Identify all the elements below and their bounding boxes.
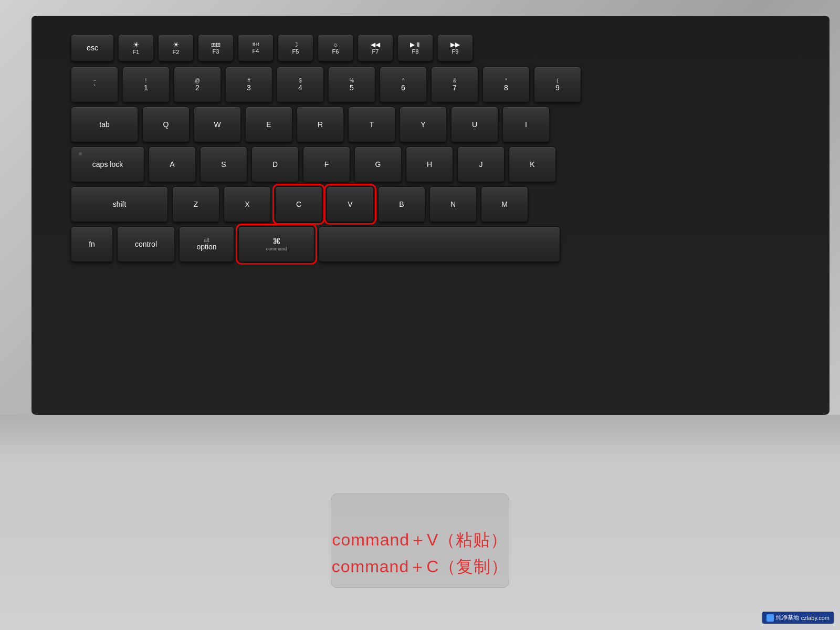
key-command-label: command [266,247,287,251]
key-control-label: control [135,240,157,248]
key-7[interactable]: & 7 [431,67,478,102]
key-f1-label: F1 [133,49,140,55]
key-r-label: R [318,121,323,128]
key-t-label: T [370,121,374,128]
key-y[interactable]: Y [400,107,447,142]
key-8-top: * [505,78,507,83]
key-3-main: 3 [247,84,251,91]
key-q[interactable]: Q [142,107,190,142]
key-f3-label: F3 [213,48,219,55]
key-f2-label: F2 [173,49,180,55]
key-f7[interactable]: ◀◀ F7 [358,34,393,61]
key-a[interactable]: A [149,146,196,182]
key-8[interactable]: * 8 [482,67,530,102]
watermark-icon [766,614,774,622]
key-tilde[interactable]: ~ ` [71,67,118,102]
key-f8[interactable]: ▶⏸ F8 [397,34,433,61]
key-b[interactable]: B [378,186,425,222]
key-x[interactable]: X [224,186,271,222]
key-2[interactable]: @ 2 [174,67,221,102]
key-tab-label: tab [99,121,109,128]
key-f8-label: F8 [412,48,419,55]
key-m[interactable]: M [481,186,528,222]
annotation-text: command＋V（粘贴） command＋C（复制） [332,527,509,580]
key-esc[interactable]: esc [71,34,114,61]
key-e[interactable]: E [245,107,292,142]
key-5[interactable]: % 5 [328,67,375,102]
key-g[interactable]: G [354,146,402,182]
key-d[interactable]: D [251,146,299,182]
key-f4-icon: ⠿⠿ [252,42,259,48]
key-command[interactable]: ⌘ command [238,226,314,262]
key-option[interactable]: alt option [179,226,234,262]
key-f[interactable]: F [303,146,350,182]
key-tilde-top: ~ [93,78,96,83]
caps-lock-indicator [79,152,82,155]
key-f2[interactable]: ☀ F2 [158,34,194,61]
annotation-line2: command＋C（复制） [332,553,509,580]
key-6[interactable]: ^ 6 [380,67,427,102]
key-shift-left[interactable]: shift [71,186,168,222]
key-f6[interactable]: ☼ F6 [318,34,353,61]
key-fn-label: fn [89,240,95,248]
key-tab[interactable]: tab [71,107,138,142]
watermark-url: czlaby.com [801,615,830,621]
key-f5-label: F5 [292,48,299,55]
key-f6-label: F6 [332,48,339,55]
key-v[interactable]: V [327,186,374,222]
key-f1[interactable]: ☀ F1 [118,34,154,61]
key-f6-icon: ☼ [333,41,339,48]
key-2-main: 2 [195,84,200,91]
key-m-label: M [501,201,508,208]
key-f4-label: F4 [253,48,259,54]
bottom-key-row: fn control alt option ⌘ command [71,226,840,262]
key-caps-lock[interactable]: caps lock [71,146,144,182]
key-t[interactable]: T [348,107,395,142]
key-i-label: I [525,121,527,128]
key-7-main: 7 [453,84,457,91]
key-f7-label: F7 [372,48,379,55]
key-6-top: ^ [402,78,405,83]
key-f4[interactable]: ⠿⠿ F4 [238,34,274,61]
key-f5[interactable]: ☽ F5 [278,34,313,61]
key-spacebar[interactable] [319,226,560,262]
key-e-label: E [266,121,271,128]
key-u-label: U [472,121,477,128]
key-f1-icon: ☀ [133,40,140,49]
key-f3-icon: ⊞⊞ [211,41,220,48]
watermark-site: 纯净基地 [776,614,799,622]
key-control[interactable]: control [117,226,175,262]
key-y-label: Y [421,121,425,128]
key-f3[interactable]: ⊞⊞ F3 [198,34,234,61]
key-k[interactable]: K [509,146,556,182]
key-b-label: B [399,201,404,208]
key-9[interactable]: ( 9 [534,67,581,102]
key-j-label: J [479,161,483,168]
key-h[interactable]: H [406,146,453,182]
key-n[interactable]: N [429,186,477,222]
key-5-main: 5 [350,84,354,91]
key-g-label: G [375,161,381,168]
key-s[interactable]: S [200,146,247,182]
key-i[interactable]: I [502,107,550,142]
key-c[interactable]: C [275,186,322,222]
key-z-label: Z [194,201,198,208]
key-w[interactable]: W [194,107,241,142]
key-esc-label: esc [87,44,98,51]
key-3[interactable]: # 3 [225,67,272,102]
key-1[interactable]: ! 1 [122,67,170,102]
key-j[interactable]: J [457,146,505,182]
key-f9[interactable]: ▶▶ F9 [437,34,473,61]
key-fn[interactable]: fn [71,226,113,262]
key-4[interactable]: $ 4 [277,67,324,102]
key-n-label: N [450,201,456,208]
key-4-top: $ [299,78,302,83]
key-r[interactable]: R [297,107,344,142]
key-u[interactable]: U [451,107,498,142]
key-d-label: D [272,161,278,168]
key-7-top: & [453,78,457,83]
key-k-label: K [530,161,534,168]
qwerty-key-row: tab Q W E R T Y U I [71,107,840,142]
key-z[interactable]: Z [172,186,219,222]
key-f9-icon: ▶▶ [450,41,460,48]
